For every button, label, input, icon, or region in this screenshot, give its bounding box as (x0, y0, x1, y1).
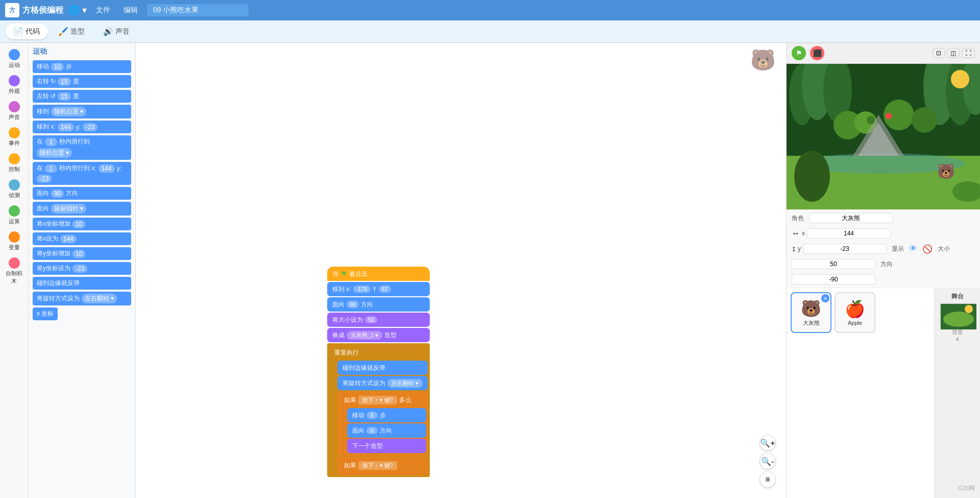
svg-point-22 (943, 312, 974, 327)
if-block-up[interactable]: 如果 按下 ↑ ▾ 键? 多么 移动 5 步 面向 (337, 391, 428, 456)
direction-label: 方向 (880, 260, 893, 269)
block-turn-left[interactable]: 左转 ↺ 15 度 (33, 90, 131, 103)
zoom-in-button[interactable]: 🔍+ (760, 435, 776, 451)
layout-small-button[interactable]: ⊡ (933, 48, 945, 58)
cat-sensing[interactable]: 侦测 (2, 177, 27, 201)
repeat-header: 重复执行 (329, 345, 428, 360)
block-goto-xy[interactable]: 移到 x: 144 y: -23 (33, 121, 131, 133)
block-moveto-xy[interactable]: 移到 x: -176 Y 57 (327, 282, 430, 296)
flag-button[interactable]: ⚑ (792, 46, 806, 60)
edit-menu[interactable]: 编辑 (119, 4, 142, 17)
block-face-mouse[interactable]: 面向 鼠标指针 ▾ (33, 202, 131, 216)
block-glide-random[interactable]: 在 1 秒内滑行到 随机位置 ▾ (33, 135, 131, 160)
block-x-coord[interactable]: x 坐标 (33, 307, 58, 320)
sprite-delete-bear[interactable]: ✕ (821, 294, 829, 302)
block-set-y[interactable]: 将y坐标设为 -23 (33, 262, 131, 275)
right-panel: ⚑ ⬛ ⊡ ◫ ⛶ (786, 43, 980, 498)
block-switch-costume[interactable]: 换成 大灰熊_1 ▾ 造型 (327, 328, 430, 342)
sound-dot (9, 101, 20, 112)
inner-rotation[interactable]: 将旋转方式设为 左右翻转 ▾ (337, 376, 428, 390)
stage-controls: ⚑ ⬛ ⊡ ◫ ⛶ (787, 43, 980, 64)
direction-input[interactable] (792, 274, 875, 284)
cat-custom[interactable]: 自制积木 (2, 255, 27, 287)
inner-face-0[interactable]: 面向 0 方向 (347, 423, 426, 438)
tab-code[interactable]: 📄 代码 (5, 23, 48, 39)
layout-medium-button[interactable]: ◫ (947, 48, 960, 58)
logo: 方 方格侯编程 (5, 3, 63, 17)
project-name-input[interactable] (147, 4, 249, 16)
block-goto-random[interactable]: 移到 随机位置 ▾ (33, 105, 131, 118)
y-input[interactable] (803, 244, 887, 254)
cat-control[interactable]: 控制 (2, 151, 27, 175)
sprite-name-input[interactable] (809, 213, 893, 223)
block-change-y[interactable]: 将y坐标增加 10 (33, 247, 131, 260)
block-palette: 运动 移动 10 步 右转 ↻ 15 度 左转 ↺ 15 度 移到 随机位置 ▾… (29, 43, 136, 498)
hide-eye-button[interactable]: 🚫 (922, 244, 933, 254)
cat-looks[interactable]: 外观 (2, 73, 27, 97)
sprite-item-apple[interactable]: 🍎 Apple (835, 292, 875, 333)
hat-block-flag[interactable]: 当 ⚑ 被点击 (327, 267, 430, 281)
svg-point-19 (867, 116, 875, 124)
cat-operators[interactable]: 运算 (2, 203, 27, 227)
stage-panel-label: 舞台 (951, 292, 964, 301)
file-menu[interactable]: 文件 (92, 4, 114, 17)
sprite-bear-name: 大灰熊 (803, 319, 820, 327)
block-change-x[interactable]: 将x坐标增加 10 (33, 218, 131, 230)
block-bounce[interactable]: 碰到边缘就反弹 (33, 277, 131, 290)
globe-button[interactable]: 🌐 ▾ (68, 5, 87, 16)
stage-panel: 舞台 背景 4 (934, 288, 980, 498)
custom-dot (9, 257, 20, 269)
block-move[interactable]: 移动 10 步 (33, 60, 131, 73)
cat-motion[interactable]: 运动 (2, 47, 27, 71)
stage-display: 🐻 🍎 (787, 64, 980, 209)
size-label: 大小 (938, 245, 950, 253)
repeat-inner: 碰到边缘就反弹 将旋转方式设为 左右翻转 ▾ 如果 按下 ↑ ▾ 键? 多么 (337, 361, 428, 475)
zoom-out-button[interactable]: 🔍- (760, 453, 776, 469)
cat-sound[interactable]: 声音 (2, 99, 27, 123)
x-arrows-icon: ↔ (792, 229, 800, 238)
block-set-size-50[interactable]: 将大小设为 50 (327, 313, 430, 327)
if-header-up: 如果 按下 ↑ ▾ 键? 多么 (339, 393, 426, 407)
sound-icon: 🔊 (103, 27, 113, 36)
x-prop-group: ↔ x (792, 228, 891, 239)
tab-sound[interactable]: 🔊 声音 (95, 23, 138, 39)
inner-move-5[interactable]: 移动 5 步 (347, 408, 426, 422)
cat-variables[interactable]: 变量 (2, 229, 27, 253)
inner-next-costume[interactable]: 下一个造型 (347, 439, 426, 453)
looks-dot (9, 75, 20, 86)
x-input[interactable] (807, 228, 891, 239)
if-condition-up: 按下 ↑ ▾ 键? (358, 396, 397, 405)
logo-text: 方格侯编程 (22, 5, 63, 16)
block-glide-xy[interactable]: 在 1 秒内滑行到 x: 144 y: -23 (33, 162, 131, 185)
cat-events[interactable]: 事件 (2, 125, 27, 149)
sprite-item-bear[interactable]: ✕ 🐻 大灰熊 (791, 292, 831, 333)
sprite-apple-icon: 🍎 (845, 299, 865, 319)
show-eye-button[interactable]: 👁 (909, 244, 917, 253)
layout-full-button[interactable]: ⛶ (962, 48, 975, 58)
block-face-90[interactable]: 面向 90 方向 (327, 297, 430, 312)
inner-bounce[interactable]: 碰到边缘就反弹 (337, 361, 428, 375)
script-area[interactable]: 🐻 当 ⚑ 被点击 移到 x: -176 Y 57 面向 90 方向 将大小设为 (136, 43, 786, 498)
block-turn-right[interactable]: 右转 ↻ 15 度 (33, 75, 131, 88)
tab-code-label: 代码 (26, 27, 40, 36)
y-arrows-icon: ↕ (792, 244, 796, 253)
if-block-down[interactable]: 如果 按下 ↓ ▾ 键? (337, 457, 428, 475)
zoom-controls: 🔍+ 🔍- ≡ (760, 435, 776, 488)
block-face-direction[interactable]: 面向 90 方向 (33, 187, 131, 200)
svg-point-12 (912, 107, 937, 133)
repeat-block[interactable]: 重复执行 碰到边缘就反弹 将旋转方式设为 左右翻转 ▾ 如果 按下 ↑ ▾ 键 (327, 343, 430, 477)
layout-buttons: ⊡ ◫ ⛶ (933, 48, 975, 58)
bear-thumbnail: 🐻 (750, 48, 776, 74)
zoom-reset-button[interactable]: ≡ (760, 471, 776, 488)
cat-operators-label: 运算 (9, 218, 20, 225)
if-header-down: 如果 按下 ↓ ▾ 键? (339, 458, 426, 472)
block-set-rotation[interactable]: 将旋转方式设为 左右翻转 ▾ (33, 292, 131, 305)
stop-button[interactable]: ⬛ (810, 46, 824, 60)
stage-thumbnail[interactable] (940, 303, 975, 328)
block-set-x[interactable]: 将x设为 144 (33, 232, 131, 245)
bg-count: 4 (955, 336, 959, 342)
size-input[interactable] (792, 259, 875, 269)
cat-events-label: 事件 (9, 139, 20, 147)
tab-costume[interactable]: 🖌️ 造型 (50, 23, 93, 39)
sprites-area: ✕ 🐻 大灰熊 🍎 Apple 舞台 (787, 288, 980, 498)
